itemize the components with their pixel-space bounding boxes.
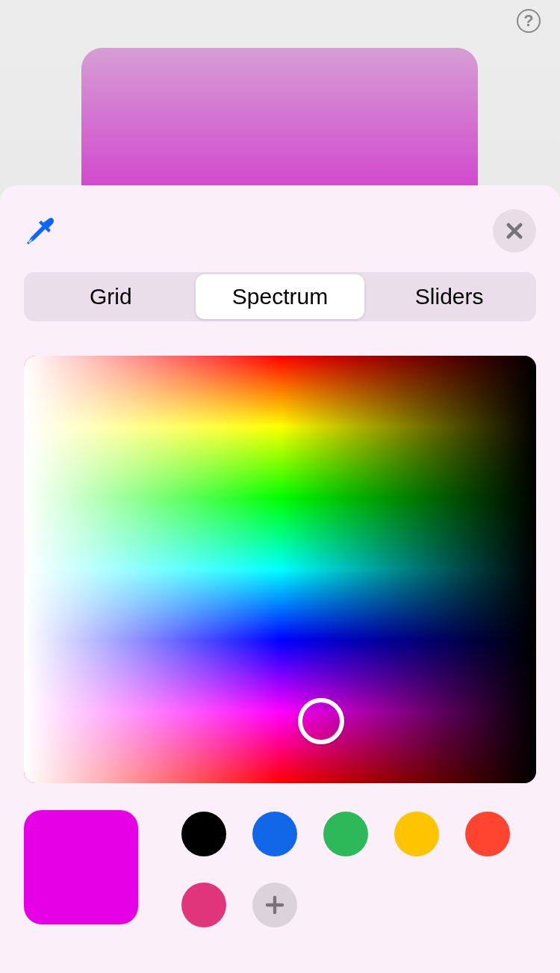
spectrum-cursor[interactable] [298,698,344,744]
close-icon [504,220,525,241]
spectrum-black-layer [24,356,536,783]
preset-swatch-black[interactable] [181,812,226,856]
preset-swatch-yellow[interactable] [394,812,439,856]
sheet-header [24,209,536,253]
close-button[interactable] [493,209,536,253]
help-icon: ? [523,11,533,31]
preset-swatch-pink[interactable] [181,883,226,927]
color-picker-sheet: Grid Spectrum Sliders [0,185,560,973]
add-swatch-button[interactable] [252,883,297,927]
current-color-swatch [24,810,138,924]
tab-spectrum[interactable]: Spectrum [196,274,365,319]
preset-swatches [181,810,536,927]
tab-sliders[interactable]: Sliders [364,274,534,319]
picker-mode-tabs: Grid Spectrum Sliders [24,272,536,321]
swatch-row [24,810,536,927]
preset-swatch-green[interactable] [323,812,368,856]
eyedropper-icon [26,217,55,245]
eyedropper-button[interactable] [24,214,57,247]
help-button[interactable]: ? [517,9,541,33]
tab-grid[interactable]: Grid [26,274,196,319]
preset-swatch-blue[interactable] [252,812,297,856]
spectrum-picker[interactable] [24,356,536,783]
preset-swatch-red[interactable] [465,812,510,856]
plus-icon [264,894,286,916]
